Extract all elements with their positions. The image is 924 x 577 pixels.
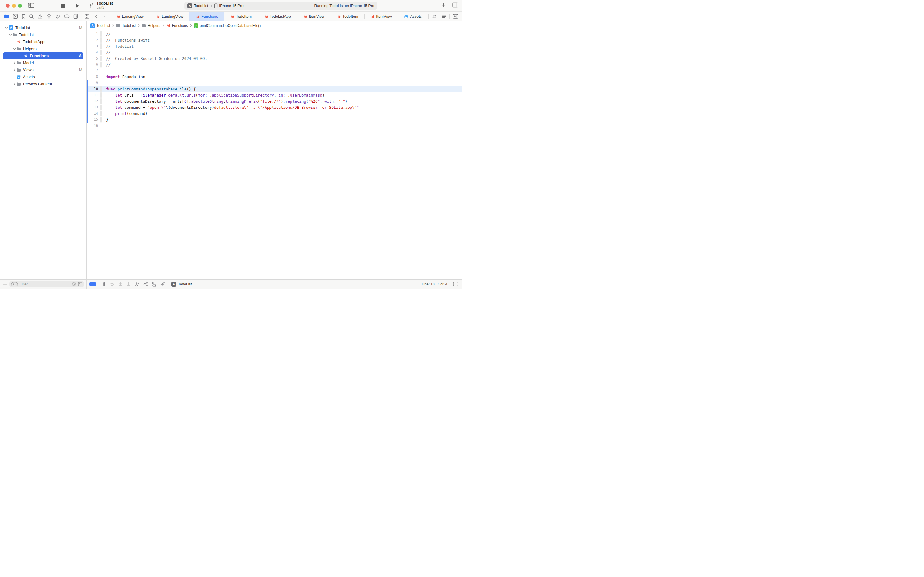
code-line-10[interactable]: 10func printCommandToOpenDatabaseFile() … xyxy=(87,86,462,92)
breadcrumb-item[interactable]: Helpers xyxy=(142,24,160,28)
scheme-name[interactable]: TodoList xyxy=(194,4,208,8)
code-line-11[interactable]: 11 let urls = FileManager.default.urls(f… xyxy=(87,92,462,98)
line-number[interactable]: 11 xyxy=(88,93,100,97)
stop-button[interactable] xyxy=(61,4,65,8)
step-over-icon[interactable] xyxy=(109,282,114,286)
tab-todoitem[interactable]: TodoItem xyxy=(224,11,258,21)
add-editor-icon[interactable] xyxy=(451,11,462,21)
filter-options-icon[interactable] xyxy=(11,282,18,286)
filter-field[interactable]: Filter xyxy=(10,281,84,287)
code-line-15[interactable]: 15} xyxy=(87,116,462,122)
breakpoints-toggle[interactable] xyxy=(89,282,96,286)
debug-navigator-icon[interactable] xyxy=(55,14,60,19)
code-line-14[interactable]: 14 print(command) xyxy=(87,110,462,116)
branch-name[interactable]: part3 xyxy=(97,5,113,9)
file-tree-item-functions[interactable]: FunctionsA xyxy=(3,52,84,59)
code-line-6[interactable]: 6// xyxy=(87,61,462,68)
file-tree-item-views[interactable]: ViewsM xyxy=(0,66,87,73)
tab-functions[interactable]: Functions xyxy=(190,11,224,21)
file-tree-item-todolistapp[interactable]: TodoListApp xyxy=(0,38,87,45)
code-editor[interactable]: 1//2// Functions.swift3// TodoList4//5//… xyxy=(87,30,462,279)
code-line-8[interactable]: 8import Foundation xyxy=(87,74,462,80)
simulate-location-icon[interactable] xyxy=(160,282,165,286)
tab-landingview[interactable]: LandingView xyxy=(150,11,190,21)
toggle-left-sidebar-icon[interactable] xyxy=(28,3,34,8)
run-button[interactable] xyxy=(75,3,80,8)
file-tree-item-preview-content[interactable]: Preview Content xyxy=(0,81,87,87)
editor-options-icon[interactable] xyxy=(439,11,449,21)
line-number[interactable]: 10 xyxy=(88,87,100,91)
tab-todolistapp[interactable]: TodoListApp xyxy=(258,11,297,21)
line-number[interactable]: 13 xyxy=(88,105,100,110)
step-out-icon[interactable] xyxy=(127,282,130,286)
project-navigator-icon[interactable] xyxy=(4,14,9,19)
line-number[interactable]: 9 xyxy=(88,81,100,85)
memory-graph-icon[interactable] xyxy=(143,282,148,286)
step-into-icon[interactable] xyxy=(119,282,122,286)
line-number[interactable]: 7 xyxy=(88,68,100,73)
find-navigator-icon[interactable] xyxy=(29,14,34,19)
tab-assets[interactable]: Assets xyxy=(398,11,428,21)
close-window-button[interactable] xyxy=(6,4,10,8)
related-items-icon[interactable] xyxy=(82,11,92,21)
code-line-16[interactable]: 16 xyxy=(87,122,462,129)
disclosure-chevron-icon[interactable] xyxy=(12,68,16,71)
recent-files-icon[interactable] xyxy=(72,282,76,286)
source-control-navigator-icon[interactable] xyxy=(13,14,18,19)
line-number[interactable]: 4 xyxy=(88,50,100,55)
code-line-9[interactable]: 9 xyxy=(87,80,462,86)
activity-status[interactable]: Running TodoList on iPhone 15 Pro xyxy=(314,4,374,8)
add-file-icon[interactable] xyxy=(3,282,7,286)
breadcrumb-item[interactable]: fprintCommandToOpenDatabaseFile() xyxy=(194,23,261,28)
line-number[interactable]: 8 xyxy=(88,74,100,79)
line-number[interactable]: 2 xyxy=(88,38,100,42)
line-number[interactable]: 5 xyxy=(88,56,100,61)
reports-navigator-icon[interactable] xyxy=(73,14,78,19)
pause-icon[interactable] xyxy=(102,282,105,286)
line-number[interactable]: 15 xyxy=(88,118,100,122)
toggle-debug-area-icon[interactable] xyxy=(453,282,458,286)
disclosure-chevron-icon[interactable] xyxy=(12,47,16,50)
minimize-window-button[interactable] xyxy=(12,4,16,8)
file-tree-item-todolist[interactable]: TodoList xyxy=(0,31,87,38)
navigate-back-icon[interactable] xyxy=(92,11,100,21)
line-number[interactable]: 16 xyxy=(88,124,100,128)
code-line-13[interactable]: 13 let command = "open \"\(documentsDire… xyxy=(87,104,462,110)
disclosure-chevron-icon[interactable] xyxy=(12,82,16,85)
scm-status-filter-icon[interactable] xyxy=(78,282,82,286)
view-hierarchy-icon[interactable] xyxy=(134,282,139,287)
breadcrumb-item[interactable]: ATodoList xyxy=(90,23,110,28)
line-number[interactable]: 3 xyxy=(88,44,100,48)
code-line-4[interactable]: 4// xyxy=(87,49,462,55)
file-tree-item-todolist[interactable]: ATodoListM xyxy=(0,24,87,31)
code-line-2[interactable]: 2// Functions.swift xyxy=(87,37,462,43)
file-tree-item-assets[interactable]: Assets xyxy=(0,73,87,81)
breakpoints-navigator-icon[interactable] xyxy=(64,15,70,18)
tab-itemview[interactable]: ItemView xyxy=(297,11,331,21)
tab-todoitem[interactable]: TodoItem xyxy=(331,11,364,21)
scheme-selector[interactable]: A TodoList iPhone 15 Pro Running TodoLis… xyxy=(184,2,377,10)
tab-landingview[interactable]: LandingView xyxy=(110,11,150,21)
bookmarks-navigator-icon[interactable] xyxy=(22,14,26,19)
code-line-3[interactable]: 3// TodoList xyxy=(87,43,462,49)
zoom-window-button[interactable] xyxy=(18,4,22,8)
disclosure-chevron-icon[interactable] xyxy=(12,61,16,64)
run-destination[interactable]: iPhone 15 Pro xyxy=(219,4,243,8)
line-number[interactable]: 6 xyxy=(88,62,100,67)
code-line-7[interactable]: 7 xyxy=(87,68,462,74)
code-line-1[interactable]: 1// xyxy=(87,31,462,37)
running-process[interactable]: A TodoList xyxy=(171,282,192,287)
tests-navigator-icon[interactable] xyxy=(47,14,52,19)
add-icon[interactable] xyxy=(441,2,446,8)
disclosure-chevron-icon[interactable] xyxy=(4,26,8,29)
disclosure-chevron-icon[interactable] xyxy=(8,33,13,36)
toggle-right-sidebar-icon[interactable] xyxy=(452,2,458,8)
code-line-12[interactable]: 12 let documentsDirectory = urls[0].abso… xyxy=(87,98,462,104)
line-number[interactable]: 14 xyxy=(88,111,100,116)
breadcrumb-item[interactable]: Functions xyxy=(166,24,188,28)
file-tree-item-model[interactable]: Model xyxy=(0,59,87,66)
navigate-forward-icon[interactable] xyxy=(100,11,108,21)
issues-navigator-icon[interactable] xyxy=(38,14,43,19)
swap-editor-icon[interactable] xyxy=(429,11,439,21)
environment-overrides-icon[interactable] xyxy=(152,282,156,287)
